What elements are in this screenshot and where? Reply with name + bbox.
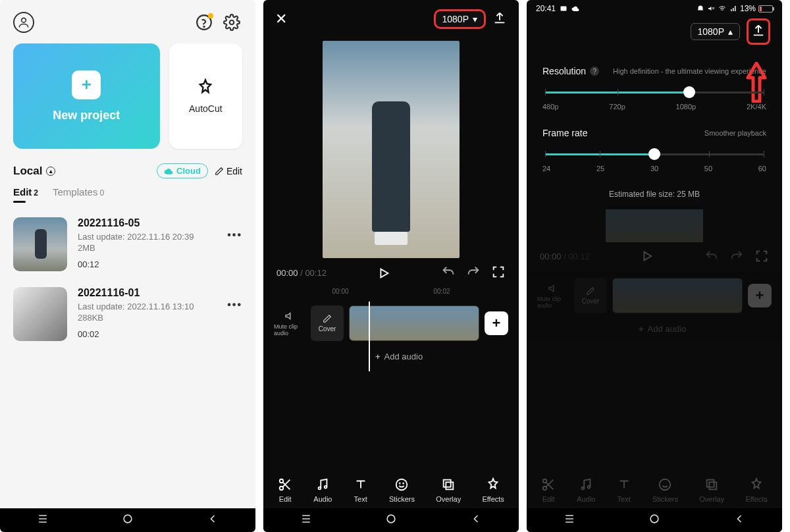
screen-export-settings: 20:41 13% 1080P ▴	[527, 0, 782, 532]
local-dropdown[interactable]: Local ▴	[13, 165, 55, 178]
tab-edit[interactable]: Edit 2	[13, 186, 38, 198]
tool-effects[interactable]: Effects	[482, 477, 504, 503]
system-nav-bar	[527, 508, 782, 532]
undo-icon	[441, 265, 456, 279]
project-thumbnail	[13, 287, 67, 341]
new-project-card[interactable]: + New project	[13, 43, 160, 149]
project-last-update: Last update: 2022.11.16 13:10	[78, 302, 217, 311]
back-button[interactable]	[206, 512, 219, 528]
tab-templates[interactable]: Templates 0	[53, 186, 104, 198]
play-button	[640, 249, 654, 263]
battery-icon	[758, 5, 773, 13]
svg-point-14	[404, 483, 404, 484]
svg-rect-21	[561, 7, 567, 11]
resolution-dropdown[interactable]: 1080P ▾	[434, 9, 486, 29]
tool-stickers[interactable]: Stickers	[389, 477, 415, 503]
tool-text: Text	[617, 477, 631, 503]
estimated-size: Estimated file size: 25 MB	[542, 190, 766, 199]
tool-audio[interactable]: Audio	[313, 477, 332, 503]
expand-icon	[491, 265, 506, 279]
export-icon[interactable]	[747, 18, 770, 45]
cloud-icon	[164, 167, 173, 176]
cover-button[interactable]: Cover	[311, 306, 344, 341]
edit-link[interactable]: Edit	[215, 166, 242, 176]
pencil-icon	[215, 167, 224, 176]
home-button[interactable]	[648, 512, 661, 528]
star-icon	[486, 477, 500, 492]
play-button[interactable]	[377, 266, 391, 280]
settings-icon[interactable]	[221, 12, 242, 33]
svg-rect-15	[444, 480, 451, 487]
slider-mark: 30	[650, 165, 658, 173]
project-duration: 00:12	[78, 259, 217, 269]
svg-point-7	[124, 515, 132, 523]
playhead[interactable]	[369, 302, 370, 371]
export-icon[interactable]	[492, 11, 507, 28]
recents-button[interactable]	[563, 512, 576, 528]
slider-mark: 1080p	[676, 103, 697, 111]
fullscreen-button[interactable]	[491, 265, 506, 281]
battery-pct: 13%	[740, 4, 756, 13]
plus-icon: +	[72, 70, 101, 99]
project-last-update: Last update: 2022.11.16 20:39	[78, 232, 217, 242]
edit-link-label: Edit	[226, 166, 242, 176]
autocut-label: AutoCut	[189, 103, 223, 114]
help-icon[interactable]: ?	[590, 66, 599, 76]
signal-icon	[729, 5, 737, 13]
status-time: 20:41	[536, 4, 556, 13]
slider-mark: 60	[758, 165, 766, 173]
tool-overlay[interactable]: Overlay	[436, 477, 461, 503]
undo-button[interactable]	[441, 265, 456, 281]
setting-label: Resolution	[542, 66, 586, 76]
recents-button[interactable]	[36, 512, 49, 528]
mute-clip-button[interactable]: Mute clip audio	[274, 310, 305, 336]
autocut-card[interactable]: AutoCut	[169, 43, 242, 149]
tool-edit[interactable]: Edit	[278, 477, 292, 503]
redo-button[interactable]	[466, 265, 481, 281]
close-icon[interactable]: ✕	[275, 11, 287, 28]
svg-point-2	[203, 26, 204, 27]
back-button[interactable]	[733, 512, 746, 528]
cloud-button[interactable]: Cloud	[157, 163, 208, 178]
recents-button[interactable]	[300, 512, 313, 528]
add-clip-button[interactable]: +	[485, 311, 508, 335]
resolution-dropdown[interactable]: 1080P ▴	[691, 23, 740, 40]
chevron-down-icon: ▾	[473, 14, 477, 24]
header-row	[0, 0, 255, 37]
redo-icon	[466, 265, 481, 279]
help-icon[interactable]	[194, 12, 215, 33]
home-button[interactable]	[121, 512, 134, 528]
add-audio-button[interactable]: Add audio	[263, 345, 519, 368]
timecode: 00:00 / 00:12	[276, 268, 327, 278]
resolution-slider[interactable]	[545, 86, 764, 99]
system-nav-bar	[263, 508, 519, 532]
setting-label: Frame rate	[542, 128, 587, 138]
project-more-icon[interactable]: •••	[227, 229, 242, 241]
new-project-label: New project	[53, 109, 120, 122]
tool-text[interactable]: Text	[354, 477, 368, 503]
timecode: 00:00 / 00:12	[540, 252, 590, 261]
profile-icon[interactable]	[13, 12, 34, 33]
tool-edit: Edit	[541, 477, 556, 503]
mute-icon	[707, 5, 715, 13]
timeline[interactable]: Mute clip audio Cover + Add audio	[263, 298, 519, 368]
slider-mark: 480p	[542, 103, 558, 111]
project-item[interactable]: 20221116-01 Last update: 2022.11.16 13:1…	[13, 279, 242, 349]
tool-stickers: Stickers	[652, 477, 678, 503]
resolution-label: 1080P	[442, 14, 469, 24]
expand-icon	[754, 249, 769, 263]
svg-point-9	[280, 487, 284, 491]
framerate-slider[interactable]	[545, 147, 764, 161]
svg-point-8	[280, 479, 284, 483]
setting-desc: High definition - the ultimate viewing e…	[613, 67, 766, 75]
project-item[interactable]: 20221116-05 Last update: 2022.11.16 20:3…	[13, 209, 242, 279]
bottom-toolbar: Edit Audio Text Stickers Overlay Effects	[263, 471, 519, 510]
project-more-icon[interactable]: •••	[227, 299, 242, 311]
svg-point-28	[660, 479, 671, 491]
video-preview[interactable]	[323, 41, 460, 258]
svg-point-3	[230, 20, 234, 25]
home-button[interactable]	[384, 512, 398, 528]
svg-point-25	[543, 487, 547, 491]
back-button[interactable]	[469, 512, 483, 528]
tool-effects: Effects	[745, 477, 767, 503]
